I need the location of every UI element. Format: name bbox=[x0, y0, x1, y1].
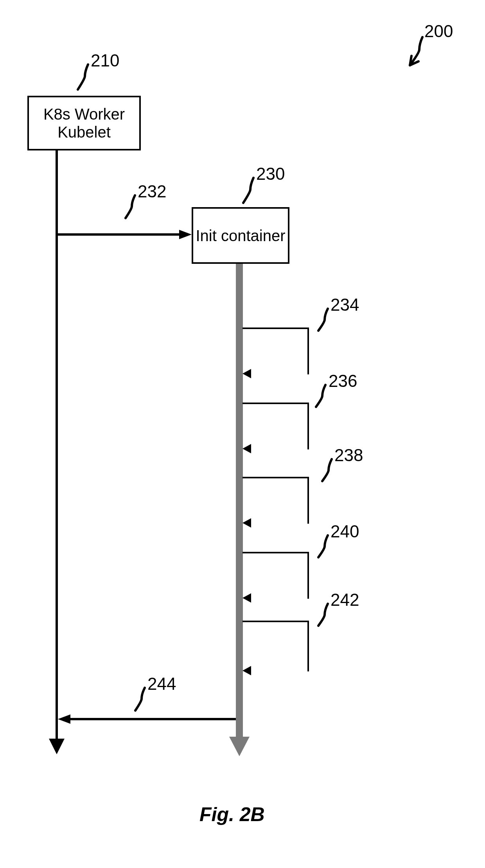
svg-marker-5 bbox=[179, 230, 192, 239]
svg-marker-1 bbox=[49, 739, 65, 754]
self-message-242 bbox=[242, 621, 309, 671]
ref-238: 238 bbox=[334, 446, 363, 465]
self-message-240 bbox=[242, 552, 309, 599]
self-message-238-arrow bbox=[242, 518, 251, 528]
init-container-box: Init container bbox=[192, 207, 289, 264]
self-message-236-arrow bbox=[242, 444, 251, 453]
ref-244: 244 bbox=[147, 674, 176, 694]
k8s-worker-kubelet-label: K8s Worker Kubelet bbox=[29, 105, 139, 141]
self-message-238 bbox=[242, 477, 309, 524]
ref-242: 242 bbox=[331, 590, 359, 610]
ref-230: 230 bbox=[256, 164, 285, 184]
self-message-240-arrow bbox=[242, 593, 251, 603]
k8s-worker-kubelet-box: K8s Worker Kubelet bbox=[27, 96, 141, 150]
self-message-242-arrow bbox=[242, 666, 251, 675]
diagram-page: 200 210 230 232 234 236 238 240 242 244 … bbox=[0, 0, 485, 868]
ref-200: 200 bbox=[424, 21, 453, 41]
ref-234: 234 bbox=[331, 295, 359, 315]
self-message-234 bbox=[242, 328, 309, 374]
svg-marker-7 bbox=[58, 714, 70, 724]
figure-caption: Fig. 2B bbox=[199, 803, 265, 826]
init-container-label: Init container bbox=[196, 227, 285, 245]
ref-232: 232 bbox=[138, 182, 166, 201]
svg-marker-3 bbox=[229, 737, 250, 756]
ref-236: 236 bbox=[329, 371, 357, 391]
ref-240: 240 bbox=[331, 522, 359, 541]
self-message-236 bbox=[242, 403, 309, 449]
ref-210: 210 bbox=[91, 51, 119, 70]
self-message-234-arrow bbox=[242, 369, 251, 378]
